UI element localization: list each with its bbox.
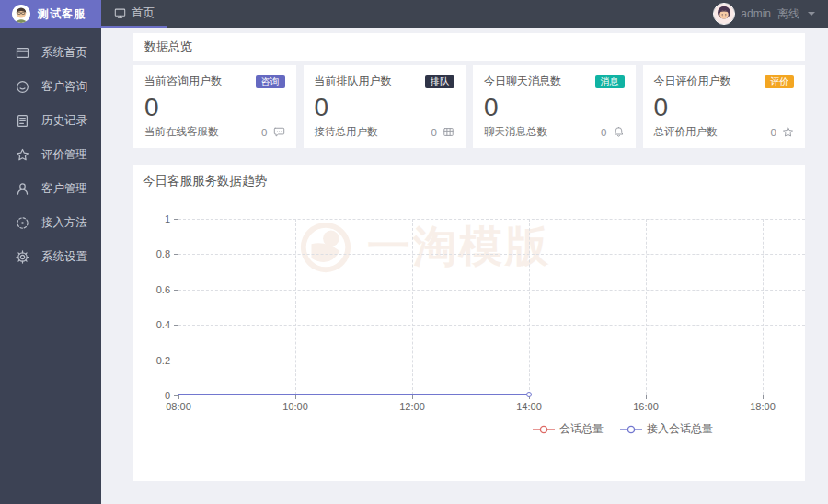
stat-card-title: 今日聊天消息数 [484, 74, 561, 89]
user-status: 离线 [777, 6, 799, 22]
sidebar-item-label: 评价管理 [41, 147, 87, 163]
stat-card-consulting: 当前咨询用户数 咨询 0 当前在线客服数 0 [133, 65, 296, 148]
stat-card-value: 0 [654, 94, 795, 120]
chart-plot-area[interactable]: 1 0.8 0.6 0.4 0.2 0 08:00 10:00 12:00 14… [178, 219, 805, 395]
legend-line-circle-icon [533, 425, 555, 434]
sidebar-item-label: 客户咨询 [41, 79, 87, 95]
x-tick-label: 14:00 [516, 401, 542, 412]
gear-icon [16, 250, 29, 264]
stat-card-title: 当前咨询用户数 [144, 74, 222, 89]
main-content: 数据总览 当前咨询用户数 咨询 0 当前在线客服数 0 当前排队用户数 [101, 28, 828, 504]
user-icon [16, 182, 29, 196]
gridline-v [763, 219, 764, 395]
sidebar-item-label: 历史记录 [41, 113, 87, 129]
stat-card-subvalue: 0 [771, 127, 776, 138]
x-tick-label: 16:00 [633, 401, 659, 412]
status-badge: 咨询 [256, 75, 285, 88]
topbar: 首页 admin 离线 [101, 0, 828, 28]
sidebar-item-integration[interactable]: 接入方法 [0, 206, 101, 240]
user-menu[interactable]: admin 离线 [714, 4, 828, 24]
stat-card-subvalue: 0 [601, 127, 606, 138]
y-tick-label: 1 [165, 213, 170, 224]
tab-home[interactable]: 首页 [101, 0, 167, 28]
sidebar-item-consult[interactable]: 客户咨询 [0, 70, 101, 104]
y-tick-label: 0.4 [156, 319, 170, 330]
star-icon [16, 148, 29, 162]
sidebar-item-ratings[interactable]: 评价管理 [0, 138, 101, 172]
gridline-v [295, 219, 296, 395]
x-tick-label: 18:00 [750, 401, 776, 412]
chart-legend: 会话总量 接入会话总量 [533, 421, 713, 437]
stat-card-queue: 当前排队用户数 排队 0 接待总用户数 0 [304, 65, 466, 148]
sidebar-item-history[interactable]: 历史记录 [0, 104, 101, 138]
stat-card-subvalue: 0 [261, 127, 267, 138]
gridline-h [178, 219, 805, 220]
stat-card-sublabel: 总评价用户数 [654, 125, 718, 139]
legend-label: 接入会话总量 [647, 421, 713, 437]
chat-bubble-icon [273, 126, 285, 138]
monitor-icon [114, 7, 126, 19]
gridline-h [178, 325, 805, 326]
chart-title: 今日客服服务数据趋势 [143, 173, 267, 189]
x-tick [646, 395, 647, 399]
bell-icon [613, 126, 625, 138]
chart-panel: 今日客服服务数据趋势 一淘模版 [133, 165, 805, 481]
gridline-v [412, 219, 413, 395]
sidebar-item-label: 系统设置 [41, 249, 87, 265]
y-tick [174, 325, 178, 326]
y-tick [174, 290, 178, 291]
legend-item-incoming-sessions[interactable]: 接入会话总量 [620, 421, 713, 437]
status-badge: 评价 [765, 75, 794, 88]
gridline-h [178, 361, 805, 361]
stat-card-sublabel: 聊天消息总数 [484, 125, 547, 139]
stat-card-value: 0 [315, 94, 455, 120]
x-tick-label: 08:00 [166, 401, 191, 412]
overview-panel-title: 数据总览 [133, 33, 805, 61]
brand-header[interactable]: 测试客服 [0, 0, 101, 28]
stat-card-value: 0 [484, 94, 625, 120]
y-tick-label: 0.8 [156, 248, 170, 259]
grid-icon [443, 126, 454, 138]
series-line-incoming [178, 394, 529, 395]
status-badge: 消息 [595, 75, 625, 88]
sidebar-item-customers[interactable]: 客户管理 [0, 172, 101, 206]
sidebar: 测试客服 系统首页 客户咨询 历史记录 评价管理 [0, 0, 101, 504]
stat-card-value: 0 [144, 94, 285, 120]
stat-card-sublabel: 接待总用户数 [315, 125, 378, 139]
gridline-v [529, 219, 530, 395]
gridline-h [178, 290, 805, 291]
stat-card-ratings: 今日评价用户数 评价 0 总评价用户数 0 [643, 65, 806, 148]
sidebar-item-label: 客户管理 [41, 181, 87, 197]
stat-card-subvalue: 0 [431, 127, 437, 138]
history-doc-icon [16, 114, 29, 128]
x-tick-label: 12:00 [399, 401, 425, 412]
dashed-circle-icon [16, 216, 29, 230]
user-avatar [714, 4, 734, 24]
smiley-icon [16, 80, 29, 94]
brand-name: 测试客服 [38, 6, 86, 22]
legend-item-sessions[interactable]: 会话总量 [533, 421, 604, 437]
x-tick-label: 10:00 [282, 401, 308, 412]
window-icon [16, 46, 29, 60]
legend-line-circle-icon [620, 425, 642, 434]
y-tick-label: 0.2 [156, 355, 170, 366]
stat-card-messages: 今日聊天消息数 消息 0 聊天消息总数 0 [473, 65, 636, 148]
y-tick [174, 395, 178, 396]
gridline-v [646, 219, 647, 395]
series-point-marker [526, 392, 532, 397]
y-tick [174, 254, 178, 255]
chevron-down-icon [808, 12, 815, 16]
stat-card-title: 今日评价用户数 [654, 74, 731, 89]
sidebar-item-label: 系统首页 [41, 45, 87, 61]
sidebar-item-home[interactable]: 系统首页 [0, 36, 101, 70]
brand-avatar [12, 5, 30, 23]
y-tick [174, 361, 178, 361]
sidebar-item-settings[interactable]: 系统设置 [0, 240, 101, 274]
stat-card-sublabel: 当前在线客服数 [144, 125, 219, 139]
sidebar-menu: 系统首页 客户咨询 历史记录 评价管理 客户管理 [0, 28, 101, 274]
gridline-h [178, 254, 805, 255]
y-tick-label: 0.6 [156, 284, 170, 295]
stat-card-title: 当前排队用户数 [315, 74, 392, 89]
y-tick-label: 0 [165, 390, 170, 401]
x-tick [763, 395, 764, 399]
